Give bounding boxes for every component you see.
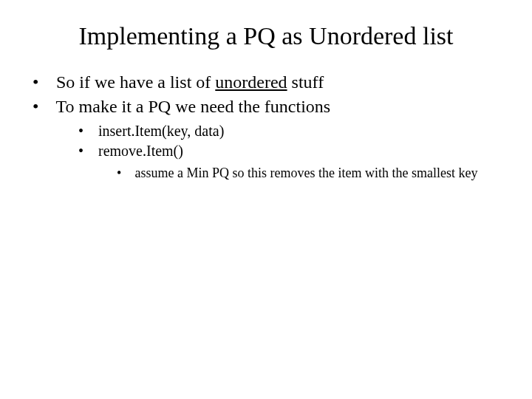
bullet-item: remove.Item() assume a Min PQ so this re…	[78, 143, 502, 181]
bullet-text: assume a Min PQ so this removes the item…	[135, 166, 478, 180]
underlined-text: unordered	[215, 72, 287, 92]
bullet-item: assume a Min PQ so this removes the item…	[117, 166, 502, 181]
bullet-item: So if we have a list of unordered stuff	[33, 72, 502, 92]
bullet-text: So if we have a list of	[56, 72, 215, 92]
bullet-text: insert.Item(key, data)	[98, 123, 224, 139]
bullet-list-level2: insert.Item(key, data) remove.Item() ass…	[78, 123, 502, 181]
bullet-list-level1: So if we have a list of unordered stuff …	[33, 72, 502, 181]
bullet-text: remove.Item()	[98, 143, 183, 159]
slide: Implementing a PQ as Unordered list So i…	[0, 0, 532, 399]
bullet-item: To make it a PQ we need the functions in…	[33, 97, 502, 181]
bullet-list-level3: assume a Min PQ so this removes the item…	[117, 166, 502, 181]
bullet-text: To make it a PQ we need the functions	[56, 97, 331, 116]
bullet-item: insert.Item(key, data)	[78, 123, 502, 140]
slide-title: Implementing a PQ as Unordered list	[30, 22, 502, 50]
bullet-text: stuff	[287, 72, 324, 92]
